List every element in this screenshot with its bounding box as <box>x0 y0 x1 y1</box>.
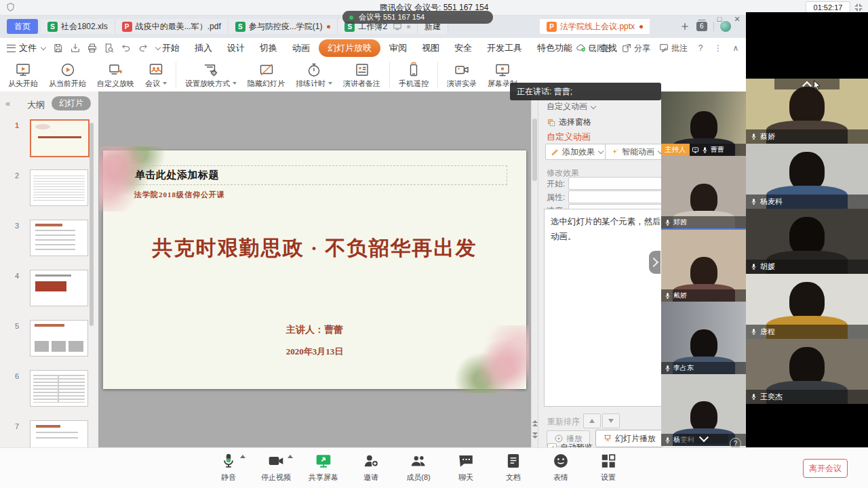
menu-item-视图[interactable]: 视图 <box>416 40 446 56</box>
participant-video[interactable]: 杨雯利 <box>661 374 746 446</box>
tab-slides[interactable]: 幻灯片 <box>52 96 91 110</box>
ribbon-排练计时[interactable]: 排练计时 <box>290 60 338 90</box>
slide-number: 6 <box>15 372 19 380</box>
sidebar-scrollbar[interactable] <box>90 123 94 326</box>
participant-video[interactable]: 蔡娇 <box>746 79 868 144</box>
participant-video[interactable]: 王奕杰 <box>746 339 868 404</box>
undo-icon[interactable] <box>121 43 132 54</box>
menu-item-切换[interactable]: 切换 <box>254 40 283 56</box>
slide-row: 2 <box>0 167 98 218</box>
auto-preview-option[interactable]: ✓ 自动预览 <box>547 442 593 447</box>
ribbon-手机遥控[interactable]: 手机遥控 <box>393 60 434 90</box>
participant-video[interactable]: 李占东 <box>661 302 746 374</box>
current-slide[interactable]: 单击此处添加标题 法学院2018级信仰公开课 共克时艰勤思政 · 不负韶华再出发… <box>103 150 526 389</box>
participant-video[interactable]: 杨麦科 <box>746 144 868 209</box>
chevron-down-icon[interactable] <box>698 432 708 442</box>
toolbar-静音[interactable]: 静音 <box>209 452 248 483</box>
options-arrow-icon[interactable] <box>240 455 245 458</box>
menu-item-动画[interactable]: 动画 <box>286 40 316 56</box>
slide-thumbnail[interactable] <box>30 420 88 447</box>
chevron-up-icon[interactable] <box>802 81 812 91</box>
ribbon-设置放映方式[interactable]: 设置放映方式 <box>180 60 242 90</box>
ribbon-演讲者备注[interactable]: 演讲者备注 <box>338 60 386 90</box>
menu-item-插入[interactable]: 插入 <box>189 40 218 56</box>
new-tab-icon[interactable] <box>679 21 690 32</box>
menu-right-批注[interactable]: 批注 <box>658 43 688 54</box>
ribbon-自定义放映[interactable]: 自定义放映 <box>92 60 140 90</box>
mic-muted-icon <box>664 292 671 300</box>
slide-thumbnails: 1234567 <box>0 117 98 447</box>
toolbar-文档[interactable]: 文档 <box>494 452 533 483</box>
slideshow-play-button[interactable]: 幻灯片播放 <box>595 430 663 447</box>
selection-pane-button[interactable]: 选择窗格 <box>547 117 591 128</box>
print-icon[interactable] <box>87 43 98 54</box>
slide-thumbnail[interactable] <box>30 370 88 407</box>
participant-video[interactable]: 戴娇 <box>661 228 746 302</box>
add-effect-button[interactable]: 添加效果 <box>545 144 612 160</box>
menu-item-审阅[interactable]: 审阅 <box>383 40 413 56</box>
redo-icon[interactable] <box>138 43 149 54</box>
toolbar-表情[interactable]: 表情 <box>541 452 580 483</box>
field-label: 属性: <box>547 192 565 203</box>
participant-video[interactable]: 郑茜 <box>661 156 746 228</box>
slide-thumbnail[interactable] <box>30 220 88 256</box>
sidebar-collapse-icon[interactable]: « <box>5 98 10 108</box>
toolbar-停止视频[interactable]: 停止视频 <box>256 452 296 483</box>
scrollbar-thumb[interactable] <box>532 119 537 181</box>
more-vertical-icon[interactable]: ⋮ <box>713 43 723 53</box>
toolbar-共享屏幕[interactable]: 共享屏幕 <box>304 452 343 483</box>
document-tab[interactable]: P战疫中的最美...军）.pdf <box>115 19 229 34</box>
ribbon-label: 演讲者备注 <box>343 79 380 89</box>
arrow-down-icon <box>608 418 614 424</box>
document-tab[interactable]: P法学院线上会议.pptx <box>540 19 650 34</box>
menu-item-开始[interactable]: 开始 <box>156 40 186 56</box>
menu-right-已同步[interactable]: 已同步 <box>576 43 613 54</box>
participant-video[interactable]: 主持人曹曹 <box>661 92 746 156</box>
toolbar-邀请[interactable]: 邀请 <box>351 452 391 483</box>
options-arrow-icon[interactable] <box>288 455 293 458</box>
menu-item-特色功能[interactable]: 特色功能 <box>531 40 578 56</box>
menu-item-幻灯片放映[interactable]: 幻灯片放映 <box>319 39 380 57</box>
slide-thumbnail[interactable] <box>30 320 88 357</box>
previous-slide-icon[interactable] <box>532 420 538 426</box>
toolbar-设置[interactable]: 设置 <box>589 452 628 483</box>
menu-item-设计[interactable]: 设计 <box>221 40 251 56</box>
document-tab[interactable]: S社会1802.xls <box>41 19 115 34</box>
document-tab[interactable]: S参与防控疫...学院(1) <box>229 19 338 34</box>
ribbon-从当前开始[interactable]: 从当前开始 <box>43 60 92 90</box>
reorder-up-button[interactable] <box>583 413 601 428</box>
pane-title[interactable]: 自定义动画 <box>547 101 595 113</box>
slide-thumbnail[interactable] <box>30 270 88 306</box>
tab-home[interactable]: 首页 <box>7 19 38 34</box>
next-slide-icon[interactable] <box>532 432 538 439</box>
menu-item-安全[interactable]: 安全 <box>448 40 478 56</box>
menu-right-分享[interactable]: 分享 <box>621 43 650 54</box>
menu-item-开发工具[interactable]: 开发工具 <box>481 40 528 56</box>
save-icon[interactable] <box>53 43 64 54</box>
ribbon-隐藏幻灯片[interactable]: 隐藏幻灯片 <box>242 60 290 90</box>
help-icon[interactable]: ? <box>696 43 705 53</box>
collapse-ribbon-icon[interactable]: ∧ <box>731 43 741 53</box>
close-icon[interactable]: ✕ <box>732 15 742 24</box>
leave-meeting-button[interactable]: 离开会议 <box>803 459 848 478</box>
toolbar-成员(8)[interactable]: 成员(8) <box>399 452 438 483</box>
ribbon-从头开始[interactable]: 从头开始 <box>3 60 43 90</box>
reorder-down-button[interactable] <box>602 413 620 428</box>
slide-thumbnail[interactable] <box>30 119 90 157</box>
print-preview-icon[interactable] <box>104 43 115 54</box>
ribbon-会议[interactable]: 会议 <box>140 60 172 90</box>
panel-collapse-handle[interactable] <box>649 251 660 274</box>
file-menu[interactable]: 文件 <box>7 38 45 58</box>
participant-video[interactable]: 唐程 <box>746 274 868 339</box>
slide-thumbnail[interactable] <box>30 169 88 206</box>
tab-outline[interactable]: 大纲 <box>27 99 45 111</box>
toolbar-聊天[interactable]: 聊天 <box>446 452 486 483</box>
exit-fullscreen-icon[interactable] <box>853 2 864 13</box>
participant-video[interactable]: 胡媛 <box>746 209 868 274</box>
title-placeholder[interactable]: 单击此处添加标题 <box>129 165 507 185</box>
maximize-icon[interactable]: □ <box>715 15 724 24</box>
export-icon[interactable] <box>70 43 81 54</box>
ribbon-演讲实录[interactable]: 演讲实录 <box>441 60 482 90</box>
toolbar-label: 静音 <box>221 472 236 483</box>
minimize-icon[interactable]: — <box>697 15 707 24</box>
